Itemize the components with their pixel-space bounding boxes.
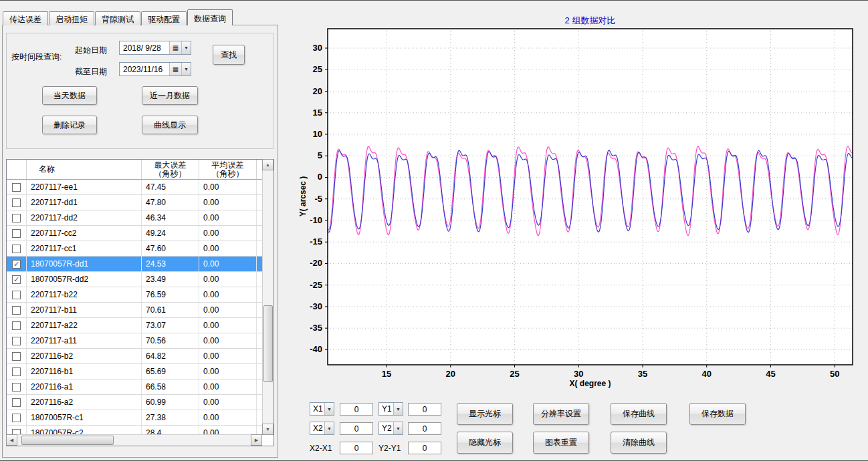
resolution-settings-button[interactable]: 分辨率设置	[533, 403, 589, 425]
row-checkbox[interactable]: ✓	[12, 275, 21, 284]
delete-record-button[interactable]: 删除记录	[42, 116, 97, 134]
svg-text:10: 10	[313, 129, 322, 139]
chart-reset-button[interactable]: 图表重置	[533, 432, 589, 454]
tab-5[interactable]: 数据查询	[187, 9, 233, 25]
table-row[interactable]: 2207117-dd246.340.00	[7, 210, 262, 226]
table-row[interactable]: 18070057R-c127.380.00	[7, 410, 262, 426]
vertical-scroll-thumb[interactable]	[263, 305, 273, 382]
scroll-left-icon[interactable]: ◀	[6, 434, 17, 446]
end-date-picker[interactable]: 2023/11/16 ▦ ▼	[119, 62, 191, 76]
row-max-error: 47.45	[142, 180, 199, 194]
row-checkbox[interactable]: ✓	[12, 260, 21, 269]
table-row[interactable]: 2207117-cc249.240.00	[7, 226, 262, 241]
horizontal-scroll-thumb[interactable]	[21, 436, 114, 445]
tab-4[interactable]: 驱动配置	[141, 11, 187, 25]
last-month-data-button[interactable]: 近一月数据	[142, 86, 198, 105]
search-button[interactable]: 查找	[213, 45, 245, 65]
table-row[interactable]: 2207117-a2273.070.00	[7, 318, 262, 333]
y2-value-field[interactable]	[408, 422, 441, 435]
checkbox-cell	[7, 241, 27, 256]
table-row[interactable]: ✓18070057R-dd124.530.00	[7, 257, 262, 272]
y-diff-field[interactable]	[408, 442, 441, 454]
x2-select[interactable]: X2 ▼	[310, 422, 334, 435]
chevron-down-icon[interactable]: ▼	[393, 403, 403, 415]
row-checkbox[interactable]	[12, 291, 21, 299]
today-data-button[interactable]: 当天数据	[42, 86, 97, 105]
curve-display-button[interactable]: 曲线显示	[142, 116, 198, 134]
chevron-down-icon[interactable]: ▼	[181, 41, 191, 54]
calendar-icon[interactable]: ▦	[169, 41, 181, 54]
row-checkbox[interactable]	[12, 367, 21, 376]
hide-cursor-button[interactable]: 隐藏光标	[457, 432, 513, 454]
checkbox-cell	[7, 364, 27, 379]
table-row[interactable]: 2207117-cc147.600.00	[7, 241, 262, 257]
y1-value-field[interactable]	[408, 403, 441, 416]
table-row[interactable]: ✓18070057R-dd223.490.00	[7, 272, 262, 287]
tab-3[interactable]: 背隙测试	[95, 11, 140, 25]
row-name: 2207116-b2	[27, 349, 142, 363]
save-data-button[interactable]: 保存数据	[689, 403, 746, 425]
chart-plot[interactable]: 302520151050-5-10-15-20-25-30-35-4015202…	[284, 1, 868, 402]
x1-value-field[interactable]	[340, 403, 373, 416]
checkbox-cell	[7, 195, 27, 210]
chevron-down-icon[interactable]: ▼	[324, 422, 334, 434]
clear-curve-button[interactable]: 清除曲线	[611, 432, 667, 454]
start-date-picker[interactable]: 2018/ 9/28 ▦ ▼	[119, 41, 191, 55]
row-checkbox[interactable]	[12, 306, 21, 315]
show-cursor-button[interactable]: 显示光标	[457, 403, 513, 425]
row-checkbox[interactable]	[12, 414, 21, 422]
table-row[interactable]: 2207117-a1170.560.00	[7, 333, 262, 349]
header-avg-error-line1: 平均误差	[212, 161, 244, 170]
table-row[interactable]: 2207117-ee147.450.00	[7, 180, 262, 195]
table-row[interactable]: 2207117-b2276.590.00	[7, 287, 262, 303]
row-checkbox[interactable]	[12, 429, 21, 435]
x1-select[interactable]: X1 ▼	[310, 402, 334, 416]
table-row[interactable]: 2207116-b165.690.00	[7, 364, 262, 379]
y1-select-label: Y1	[379, 404, 393, 414]
tab-2[interactable]: 启动扭矩	[49, 11, 94, 25]
x2-value-field[interactable]	[340, 422, 373, 435]
calendar-icon[interactable]: ▦	[169, 63, 181, 75]
row-checkbox[interactable]	[12, 183, 21, 192]
row-checkbox[interactable]	[12, 214, 21, 222]
row-checkbox[interactable]	[12, 352, 21, 361]
row-checkbox[interactable]	[12, 337, 21, 345]
scroll-down-icon[interactable]: ▼	[262, 424, 274, 435]
row-checkbox[interactable]	[12, 245, 21, 253]
row-checkbox[interactable]	[12, 321, 21, 330]
x-diff-field[interactable]	[340, 442, 373, 454]
y2-select[interactable]: Y2 ▼	[378, 422, 403, 435]
horizontal-scrollbar[interactable]: ◀ ▶	[7, 434, 262, 446]
chevron-down-icon[interactable]: ▼	[393, 422, 403, 434]
chevron-down-icon[interactable]: ▼	[324, 403, 334, 415]
table-row[interactable]: 2207117-b1170.610.00	[7, 303, 262, 318]
checkbox-cell	[7, 379, 27, 394]
row-checkbox[interactable]	[12, 198, 21, 207]
row-max-error: 24.53	[142, 257, 199, 271]
header-name: 名称	[27, 160, 142, 179]
row-checkbox[interactable]	[12, 383, 21, 392]
table-row[interactable]: 2207117-dd147.800.00	[7, 195, 262, 210]
table-row[interactable]: 2207116-a260.990.00	[7, 395, 262, 410]
row-checkbox[interactable]	[12, 398, 21, 407]
scroll-right-icon[interactable]: ▶	[251, 434, 262, 446]
table-row[interactable]: 2207116-a166.580.00	[7, 379, 262, 395]
row-name: 18070057R-dd2	[27, 272, 142, 287]
chevron-down-icon[interactable]: ▼	[181, 63, 191, 75]
svg-text:20: 20	[313, 86, 322, 96]
row-avg-error: 0.00	[199, 287, 257, 302]
table-row[interactable]: 2207116-b264.820.00	[7, 349, 262, 364]
save-curve-button[interactable]: 保存曲线	[611, 403, 667, 425]
row-avg-error: 0.00	[199, 410, 257, 425]
row-checkbox[interactable]	[12, 229, 21, 238]
tab-1[interactable]: 传达误差	[3, 11, 48, 25]
y1-select[interactable]: Y1 ▼	[378, 402, 403, 416]
svg-text:-30: -30	[310, 301, 322, 311]
y2-select-label: Y2	[379, 424, 393, 433]
row-name: 2207116-a1	[27, 379, 142, 394]
table-row[interactable]: 18070057R-c228.40.00	[7, 426, 262, 434]
tab-bar: 传达误差启动扭矩背隙测试驱动配置数据查询	[3, 9, 233, 25]
scroll-up-icon[interactable]: ▲	[262, 159, 274, 170]
row-max-error: 46.34	[142, 210, 199, 225]
vertical-scrollbar[interactable]: ▲ ▼	[262, 160, 274, 434]
